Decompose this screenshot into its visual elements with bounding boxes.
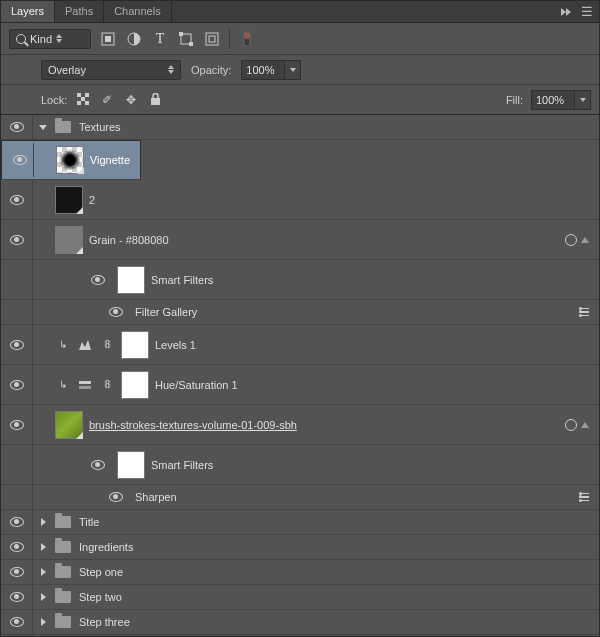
mask-thumbnail[interactable] — [117, 266, 145, 294]
eye-icon[interactable] — [91, 460, 105, 470]
filter-kind-label: Kind — [30, 33, 52, 45]
svg-rect-16 — [151, 98, 160, 105]
tab-layers[interactable]: Layers — [1, 1, 55, 22]
disclosure-icon[interactable] — [37, 125, 49, 130]
filter-options-icon[interactable] — [579, 493, 589, 502]
lock-label: Lock: — [41, 94, 67, 106]
visibility-toggle[interactable] — [1, 560, 33, 584]
disclosure-icon[interactable] — [37, 518, 49, 526]
svg-rect-1 — [105, 36, 111, 42]
filter-toggle-switch[interactable] — [238, 30, 256, 48]
lock-pixels-icon[interactable]: ✐ — [99, 92, 115, 108]
layer-name: Step three — [79, 616, 130, 628]
layer-name: Vignette — [90, 154, 130, 166]
layer-grain[interactable]: Grain - #808080 — [1, 220, 599, 260]
svg-rect-7 — [209, 36, 215, 42]
filter-type-icon[interactable]: T — [151, 30, 169, 48]
visibility-toggle[interactable] — [1, 635, 33, 636]
fill-dropdown[interactable] — [575, 90, 591, 110]
visibility-toggle[interactable] — [1, 510, 33, 534]
svg-rect-17 — [79, 381, 91, 384]
folder-icon — [55, 566, 71, 578]
eye-icon — [10, 195, 24, 205]
group-step-one[interactable]: Step one — [1, 560, 599, 585]
visibility-toggle[interactable] — [1, 325, 33, 364]
lock-all-icon[interactable] — [147, 92, 163, 108]
svg-rect-4 — [179, 32, 183, 36]
visibility-toggle[interactable] — [1, 535, 33, 559]
visibility-toggle[interactable] — [1, 485, 33, 509]
layer-huesat[interactable]: ↳ 𝟠 Hue/Saturation 1 — [1, 365, 599, 405]
disclosure-icon[interactable] — [37, 618, 49, 626]
filter-options-icon[interactable] — [579, 308, 589, 317]
eye-icon — [10, 617, 24, 627]
scroll-up-icon[interactable] — [581, 422, 589, 428]
disclosure-icon[interactable] — [37, 593, 49, 601]
group-textures[interactable]: Textures — [1, 115, 599, 140]
visibility-toggle[interactable] — [1, 610, 33, 634]
filter-smartobject-icon[interactable] — [203, 30, 221, 48]
folder-icon — [55, 516, 71, 528]
scroll-up-icon[interactable] — [581, 237, 589, 243]
visibility-toggle[interactable] — [1, 220, 33, 259]
group-title[interactable]: Title — [1, 510, 599, 535]
lock-transparency-icon[interactable] — [75, 92, 91, 108]
grain-smartfilters[interactable]: Smart Filters — [1, 260, 599, 300]
visibility-toggle[interactable] — [1, 405, 33, 444]
blend-mode-select[interactable]: Overlay — [41, 60, 181, 80]
visibility-toggle[interactable] — [1, 115, 33, 139]
group-step-two[interactable]: Step two — [1, 585, 599, 610]
fill-input[interactable]: 100% — [531, 90, 575, 110]
filter-kind-select[interactable]: Kind — [9, 29, 91, 49]
group-step-four[interactable]: Step four — [1, 635, 599, 636]
mask-thumbnail[interactable] — [121, 331, 149, 359]
mask-thumbnail[interactable] — [117, 451, 145, 479]
disclosure-icon[interactable] — [37, 543, 49, 551]
tab-channels[interactable]: Channels — [104, 1, 171, 22]
layer-levels[interactable]: ↳ 𝟠 Levels 1 — [1, 325, 599, 365]
visibility-toggle[interactable] — [8, 143, 34, 177]
eye-icon — [10, 380, 24, 390]
layer-thumbnail[interactable] — [56, 146, 84, 174]
visibility-toggle[interactable] — [1, 260, 33, 299]
layer-2[interactable]: 2 — [1, 180, 599, 220]
visibility-toggle[interactable] — [1, 180, 33, 219]
layer-thumbnail[interactable] — [55, 226, 83, 254]
eye-icon[interactable] — [109, 307, 123, 317]
eye-icon[interactable] — [109, 492, 123, 502]
lock-bar: Lock: ✐ ✥ Fill: 100% — [1, 85, 599, 115]
filter-pixel-icon[interactable] — [99, 30, 117, 48]
panel-menu-icon[interactable]: ☰ — [581, 4, 593, 19]
svg-rect-5 — [189, 42, 193, 46]
group-step-three[interactable]: Step three — [1, 610, 599, 635]
filter-adjustment-icon[interactable] — [125, 30, 143, 48]
layer-vignette[interactable]: Vignette — [1, 140, 141, 180]
layer-thumbnail[interactable] — [55, 186, 83, 214]
folder-icon — [55, 541, 71, 553]
eye-icon — [10, 567, 24, 577]
visibility-toggle[interactable] — [1, 365, 33, 404]
opacity-input[interactable]: 100% — [241, 60, 285, 80]
visibility-toggle[interactable] — [1, 300, 33, 324]
opacity-dropdown[interactable] — [285, 60, 301, 80]
svg-rect-14 — [77, 101, 81, 105]
brush-smartfilters[interactable]: Smart Filters — [1, 445, 599, 485]
group-ingredients[interactable]: Ingredients — [1, 535, 599, 560]
tab-paths[interactable]: Paths — [55, 1, 104, 22]
filter-shape-icon[interactable] — [177, 30, 195, 48]
mask-thumbnail[interactable] — [121, 371, 149, 399]
layer-list: Textures Vignette 2 Grain - #808080 — [1, 115, 599, 636]
visibility-toggle[interactable] — [1, 445, 33, 484]
layer-brush[interactable]: brush-strokes-textures-volume-01-009-sbh — [1, 405, 599, 445]
visibility-toggle[interactable] — [1, 585, 33, 609]
eye-icon[interactable] — [91, 275, 105, 285]
lock-position-icon[interactable]: ✥ — [123, 92, 139, 108]
layer-thumbnail[interactable] — [55, 411, 83, 439]
filter-gallery-entry[interactable]: Filter Gallery — [1, 300, 599, 325]
eye-icon — [10, 517, 24, 527]
eye-icon — [10, 420, 24, 430]
disclosure-icon[interactable] — [37, 568, 49, 576]
filter-sharpen-entry[interactable]: Sharpen — [1, 485, 599, 510]
opacity-label: Opacity: — [191, 64, 231, 76]
blend-options-bar: Overlay Opacity: 100% — [1, 55, 599, 85]
